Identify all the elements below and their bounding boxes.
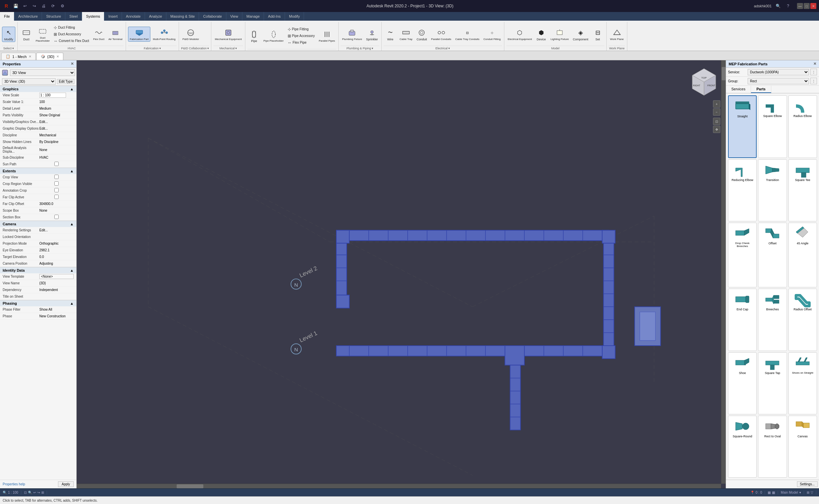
redo-btn[interactable]: ↪ — [31, 2, 38, 10]
electrical-equipment-btn[interactable]: ⬡ Electrical Equipment — [506, 27, 533, 41]
mep-part-radius-offset[interactable]: Radius Offset — [788, 289, 817, 351]
convert-flex-btn[interactable]: ↔Convert to Flex Duct — [52, 38, 90, 44]
view-name-select[interactable]: 3D View: (3D) — [2, 78, 56, 85]
model-dropdown-icon[interactable]: ▾ — [799, 491, 801, 494]
mep-part-drop-cheek-breeches[interactable]: Drop Cheek Breeches — [728, 223, 757, 287]
mep-part-end-cap[interactable]: End Cap — [728, 289, 757, 351]
nav-icon-5[interactable]: ⊞ — [41, 491, 44, 494]
parallel-conduits-btn[interactable]: Parallel Conduits — [430, 27, 452, 41]
pipe-placeholder-btn[interactable]: Pipe Placeholder — [262, 29, 285, 43]
tab-architecture[interactable]: Architecture — [14, 12, 42, 21]
sprinkler-btn[interactable]: Sprinkler — [365, 27, 379, 42]
close-btn[interactable]: ✕ — [810, 3, 816, 9]
tab-insert[interactable]: Insert — [104, 12, 122, 21]
mep-part-square-round[interactable]: Square-Round — [728, 416, 757, 478]
tab-modify[interactable]: Modify — [285, 12, 304, 21]
plumbing-fixture-btn[interactable]: Plumbing Fixture — [341, 27, 363, 41]
set-btn[interactable]: ⊟ Set — [591, 27, 604, 42]
tab-file[interactable]: File — [0, 12, 14, 21]
parallel-pipes-btn[interactable]: Parallel Pipes — [317, 29, 336, 43]
view-template-value[interactable]: <None> — [39, 274, 74, 279]
mechanical-equipment-btn[interactable]: Mechanical Equipment — [213, 27, 243, 41]
pipe-fitting-btn[interactable]: ⊹Pipe Fitting — [286, 26, 316, 32]
conduit-btn[interactable]: Conduit — [415, 27, 428, 42]
annotation-crop-checkbox[interactable] — [39, 188, 74, 192]
tab-collaborate[interactable]: Collaborate — [199, 12, 226, 21]
mep-tab-services[interactable]: Services — [726, 86, 751, 93]
mep-part-square-tee[interactable]: Square Tee — [788, 159, 817, 221]
mep-part-radius-elbow[interactable]: Radius Elbow — [788, 95, 817, 158]
mep-service-btn[interactable]: ⋮ — [810, 69, 817, 75]
mep-part-shoe[interactable]: Shoe — [728, 352, 757, 414]
nav-icon-2[interactable]: 🔍 — [28, 491, 32, 494]
mep-part-breeches[interactable]: Breeches — [758, 289, 787, 351]
maximize-btn[interactable]: □ — [804, 3, 810, 9]
tab-annotate[interactable]: Annotate — [122, 12, 145, 21]
duct-btn[interactable]: Duct — [20, 27, 33, 42]
graphic-display-btn[interactable]: Edit... — [39, 127, 74, 130]
nav-icon-1[interactable]: ⊡ — [24, 491, 27, 494]
tab-massing[interactable]: Massing & Site — [166, 12, 199, 21]
nav-icon-3[interactable]: ↩ — [33, 491, 36, 494]
component-btn[interactable]: ◈ Component — [572, 27, 590, 42]
view-scale-value[interactable] — [39, 93, 74, 98]
view-type-select[interactable]: 3D View — [10, 69, 75, 76]
viewport-scrollbar-h[interactable] — [77, 484, 721, 488]
section-box-value[interactable] — [39, 215, 74, 220]
paid-modeler-btn[interactable]: P&ID P&ID Modeler — [181, 27, 200, 41]
mep-tab-parts[interactable]: Parts — [751, 86, 771, 93]
far-clip-active-checkbox[interactable] — [39, 195, 74, 199]
prop-section-extents-header[interactable]: Extents ▲ — [0, 168, 76, 174]
multipoint-routing-btn[interactable]: Multi-Point Routing — [152, 27, 177, 41]
tab-manage[interactable]: Manage — [242, 12, 264, 21]
modify-btn[interactable]: ↖ Modify — [2, 27, 15, 42]
device-btn[interactable]: ⬢ Device — [535, 27, 548, 42]
prop-section-graphics-header[interactable]: Graphics ▲ — [0, 86, 76, 92]
pipe-accessory-btn[interactable]: ⊞Pipe Accessory — [286, 33, 316, 39]
mep-part-offset[interactable]: Offset — [758, 223, 787, 287]
vg-overrides-btn[interactable]: Edit... — [39, 120, 74, 124]
flex-pipe-btn[interactable]: ↔Flex Pipe — [286, 40, 316, 46]
tab-1-mech-close[interactable]: ✕ — [29, 55, 31, 58]
section-box-checkbox[interactable] — [39, 215, 74, 219]
tab-3d[interactable]: 🎲 {3D} ✕ — [36, 53, 63, 60]
fabrication-part-btn[interactable]: Fabrication Part — [128, 27, 150, 42]
sun-path-value[interactable] — [39, 162, 74, 167]
mep-part-straight[interactable]: Straight — [728, 95, 757, 158]
undo-btn[interactable]: ↩ — [21, 2, 29, 10]
apply-btn[interactable]: Apply — [58, 481, 74, 487]
duct-placeholder-btn[interactable]: DuctPlaceholder — [34, 26, 51, 43]
mep-service-select[interactable]: Ductwork (1000PA) — [748, 69, 809, 75]
properties-help-link[interactable]: Properties help — [3, 482, 25, 486]
tab-view[interactable]: View — [226, 12, 243, 21]
air-terminal-btn[interactable]: Air Terminal — [107, 27, 124, 41]
annotation-crop-value[interactable] — [39, 188, 74, 193]
viewport-scrollbar-v[interactable] — [721, 60, 726, 484]
tab-structure[interactable]: Structure — [42, 12, 65, 21]
tab-1-mech[interactable]: 📋 1 - Mech ✕ — [1, 53, 36, 60]
print-btn[interactable]: 🖨 — [40, 2, 47, 10]
mep-settings-btn[interactable]: Settings... — [797, 481, 818, 487]
tab-steel[interactable]: Steel — [65, 12, 82, 21]
conduit-fitting-btn[interactable]: ⊹ Conduit Fitting — [482, 27, 502, 41]
far-clip-active-value[interactable] — [39, 195, 74, 200]
crop-view-checkbox[interactable] — [39, 175, 74, 179]
wire-btn[interactable]: 〜 Wire — [384, 27, 397, 42]
tab-systems[interactable]: Systems — [82, 12, 104, 21]
mep-part-canvas[interactable]: Canvas — [788, 416, 817, 478]
duct-accessory-btn[interactable]: ⊞Duct Accessory — [52, 31, 90, 37]
scrollbar-v-thumb[interactable] — [722, 67, 726, 80]
sync-btn[interactable]: ⟳ — [49, 2, 57, 10]
prop-section-identity-header[interactable]: Identity Data ▲ — [0, 267, 76, 273]
prop-section-phasing-header[interactable]: Phasing ▲ — [0, 300, 76, 306]
tab-analyze[interactable]: Analyze — [145, 12, 166, 21]
prop-section-camera-header[interactable]: Camera ▲ — [0, 221, 76, 227]
duct-fitting-btn[interactable]: ⊹Duct Fitting — [52, 25, 90, 31]
cable-tray-btn[interactable]: Cable Tray — [398, 27, 414, 41]
pipe-btn[interactable]: Pipe — [247, 29, 261, 43]
mep-part-reducing-elbow[interactable]: Reducing Elbow — [728, 159, 757, 221]
crop-view-value[interactable] — [39, 175, 74, 180]
mep-panel-close[interactable]: ✕ — [813, 62, 816, 66]
mep-group-select[interactable]: Rect — [748, 78, 809, 84]
flex-duct-btn[interactable]: Flex Duct — [92, 27, 106, 41]
